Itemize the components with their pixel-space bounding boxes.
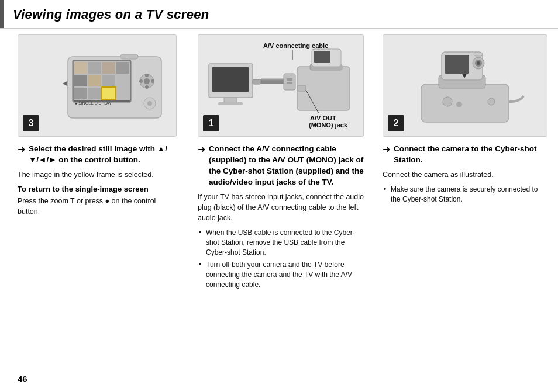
col1-bold-label: To return to the single-image screen xyxy=(18,185,177,193)
header: Viewing images on a TV screen xyxy=(0,0,558,29)
col1-subtext: The image in the yellow frame is selecte… xyxy=(18,169,177,180)
col1-image: ● SINGLE DISPLAY ◄ 3 xyxy=(18,34,177,137)
step-badge-3: 3 xyxy=(23,115,39,131)
svg-rect-14 xyxy=(116,88,129,99)
col2-bullet-2: Turn off both your camera and the TV bef… xyxy=(199,260,364,289)
step-badge-2: 2 xyxy=(388,115,404,131)
svg-rect-4 xyxy=(88,62,101,74)
svg-point-21 xyxy=(145,74,149,77)
svg-rect-8 xyxy=(88,75,101,86)
svg-point-55 xyxy=(456,102,462,107)
svg-point-18 xyxy=(144,78,150,84)
svg-rect-3 xyxy=(74,62,87,74)
svg-rect-30 xyxy=(212,67,249,92)
col3-instruction: ➜ Connect the camera to the Cyber-shot S… xyxy=(383,144,547,166)
svg-rect-11 xyxy=(74,88,87,99)
svg-point-24 xyxy=(147,101,152,106)
svg-rect-6 xyxy=(116,62,129,74)
col2-bullet-list: When the USB cable is connected to the C… xyxy=(198,228,364,290)
col3-illustration xyxy=(398,37,532,134)
svg-rect-45 xyxy=(421,84,509,122)
svg-rect-52 xyxy=(474,53,483,56)
svg-point-22 xyxy=(145,85,149,89)
svg-rect-9 xyxy=(102,75,115,86)
svg-rect-38 xyxy=(297,85,306,91)
col2-instruction-text: Connect the A/V connecting cable (suppli… xyxy=(209,144,364,188)
column-3: 2 ➜ Connect the camera to the Cyber-shot… xyxy=(374,34,558,392)
col2-bullet-1: When the USB cable is connected to the C… xyxy=(199,228,364,257)
content-area: ● SINGLE DISPLAY ◄ 3 xyxy=(0,29,558,392)
svg-text:● SINGLE DISPLAY: ● SINGLE DISPLAY xyxy=(75,101,112,105)
svg-text:◄: ◄ xyxy=(61,78,69,88)
svg-rect-12 xyxy=(88,88,101,99)
col3-instruction-text: Connect the camera to the Cyber-shot Sta… xyxy=(394,144,547,166)
svg-point-20 xyxy=(151,79,154,83)
svg-rect-44 xyxy=(314,51,330,63)
svg-text:(MONO) jack: (MONO) jack xyxy=(309,122,348,129)
col1-return-text: Press the zoom T or press ● on the contr… xyxy=(18,196,177,217)
svg-rect-48 xyxy=(445,55,469,74)
column-2: A/V connecting cable xyxy=(187,34,374,392)
svg-rect-33 xyxy=(253,79,261,84)
svg-rect-35 xyxy=(287,78,292,81)
page-number: 46 xyxy=(18,374,27,384)
svg-rect-26 xyxy=(120,54,138,59)
svg-point-54 xyxy=(443,97,452,106)
col1-illustration: ● SINGLE DISPLAY ◄ xyxy=(21,39,173,133)
step-badge-1: 1 xyxy=(203,115,219,131)
col2-illustration: A/V connecting cable xyxy=(202,37,360,134)
column-1: ● SINGLE DISPLAY ◄ 3 xyxy=(0,34,187,392)
svg-rect-32 xyxy=(218,102,243,105)
svg-text:A/V OUT: A/V OUT xyxy=(310,115,336,122)
svg-point-56 xyxy=(488,98,495,105)
arrow-icon-2: ➜ xyxy=(198,144,205,155)
col1-instruction: ➜ Select the desired still image with ▲/… xyxy=(18,144,177,166)
col3-bullet-1: Make sure the camera is securely connect… xyxy=(384,185,547,204)
col2-subtext: If your TV has stereo input jacks, conne… xyxy=(198,192,364,223)
col3-subtext: Connect the camera as illustrated. xyxy=(383,169,547,180)
svg-point-51 xyxy=(477,61,480,65)
col2-instruction: ➜ Connect the A/V connecting cable (supp… xyxy=(198,144,364,188)
col1-instruction-text: Select the desired still image with ▲/▼/… xyxy=(29,144,177,166)
col3-bullet-list: Make sure the camera is securely connect… xyxy=(383,185,547,204)
page-title: Viewing images on a TV screen xyxy=(4,0,221,28)
svg-rect-5 xyxy=(102,62,115,74)
svg-rect-10 xyxy=(116,75,129,86)
svg-rect-7 xyxy=(74,75,87,86)
svg-rect-31 xyxy=(224,98,237,102)
page: Viewing images on a TV screen xyxy=(0,0,558,392)
arrow-icon-1: ➜ xyxy=(18,144,25,155)
svg-point-19 xyxy=(139,79,143,83)
arrow-icon-3: ➜ xyxy=(383,144,390,155)
col2-image: A/V connecting cable xyxy=(198,34,364,137)
svg-rect-36 xyxy=(287,82,292,84)
col3-image: 2 xyxy=(383,34,547,137)
svg-text:A/V connecting cable: A/V connecting cable xyxy=(263,42,328,49)
svg-rect-13 xyxy=(102,87,116,100)
